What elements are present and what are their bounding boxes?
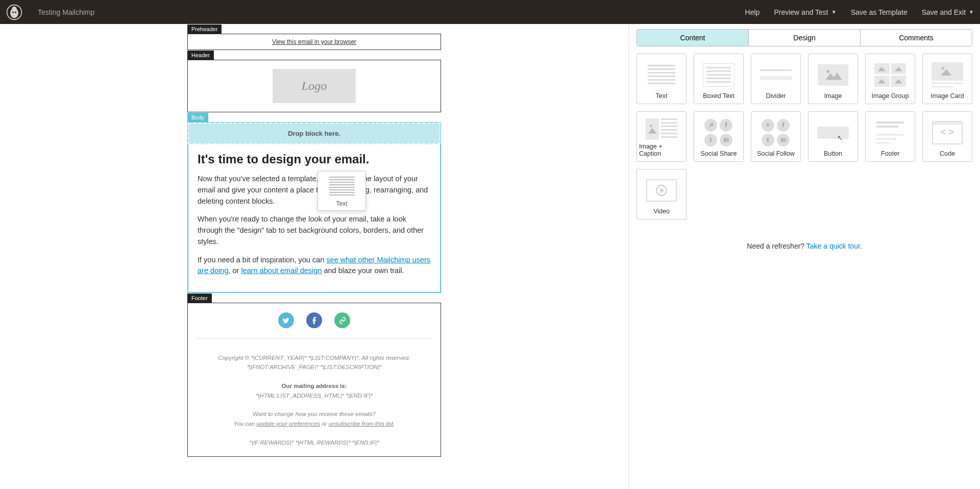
chevron-down-icon: ▼ (969, 9, 974, 15)
svg-point-3 (12, 11, 14, 13)
chevron-down-icon: ▼ (831, 9, 837, 15)
save-and-exit-dropdown[interactable]: Save and Exit▼ (922, 8, 974, 16)
svg-point-4 (15, 11, 16, 13)
topbar: Testing Mailchimp Help Preview and Test▼… (0, 0, 980, 24)
help-link[interactable]: Help (745, 8, 760, 16)
campaign-title: Testing Mailchimp (38, 8, 94, 16)
preview-test-dropdown[interactable]: Preview and Test▼ (774, 8, 836, 16)
save-as-template-button[interactable]: Save as Template (851, 8, 908, 16)
svg-point-2 (12, 6, 17, 11)
mailchimp-logo-icon[interactable] (6, 4, 22, 20)
